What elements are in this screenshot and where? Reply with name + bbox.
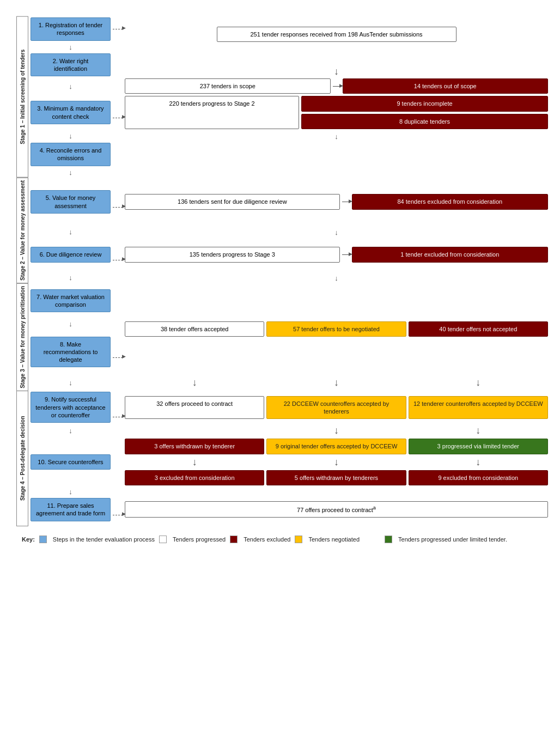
result11a-box: 3 excluded from consideration bbox=[125, 470, 264, 485]
result2-row-cell: 237 tenders in scope ▶ 14 tenders out of… bbox=[123, 77, 550, 95]
result10a-box: 3 offers withdrawn by tenderer bbox=[125, 439, 264, 454]
arrow-down-5: ↓ bbox=[28, 226, 113, 238]
result12-cell: 77 offers proceed to contracta bbox=[123, 497, 550, 522]
result5-row: 136 tenders sent for due diligence revie… bbox=[123, 178, 550, 227]
key-label: Key: bbox=[22, 536, 35, 543]
result1-box: 251 tender responses received from 198 A… bbox=[217, 27, 456, 42]
step7-box: 7. Water market valuation comparison bbox=[31, 289, 111, 313]
step3-cell: 3. Minimum & mandatory content check bbox=[28, 95, 113, 130]
result3c-box: 8 duplicate tenders bbox=[301, 114, 548, 129]
result9c-box: 12 tenderer counteroffers accepted by DC… bbox=[409, 396, 548, 419]
result5a-box: 136 tenders sent for due diligence revie… bbox=[125, 194, 340, 209]
step2-cell: 2. Water right identification bbox=[28, 52, 113, 78]
result3b-box: 9 tenders incomplete bbox=[301, 96, 548, 111]
result2a-box: 237 tenders in scope bbox=[125, 78, 331, 94]
dashed-arr-11: ▶ bbox=[113, 497, 123, 522]
result3-row-cell: 220 tenders progress to Stage 2 9 tender… bbox=[123, 95, 550, 130]
result6-row: 135 tenders progress to Stage 3 ▶ 1 tend… bbox=[123, 238, 550, 271]
arrow-down-6: ↓ bbox=[28, 272, 113, 283]
step5-box: 5. Value for money assessment bbox=[31, 190, 111, 214]
key-swatch-green bbox=[385, 536, 392, 543]
spacer-4 bbox=[113, 142, 123, 167]
result1-cell: 251 tender responses received from 198 A… bbox=[123, 16, 550, 52]
arrow-down-4: ↓ bbox=[28, 167, 113, 178]
stage1-label: Stage 1 – Initial screening of tenders bbox=[16, 16, 28, 178]
result11b-box: 5 offers withdrawn by tenderers bbox=[266, 470, 406, 485]
arrow-down-8: ↓ bbox=[28, 375, 113, 391]
result12-box: 77 offers proceed to contracta bbox=[125, 501, 548, 518]
step4-cell: 4. Reconcile errors and omissions bbox=[28, 142, 113, 167]
stage3-label: Stage 3 – Value for money prioritisation bbox=[16, 283, 28, 391]
arrow-down-7: ↓ bbox=[28, 319, 113, 329]
dashed-arr-6: ▶ bbox=[113, 238, 123, 271]
step10-cell: 10. Secure counteroffers bbox=[28, 437, 113, 486]
result10c-box: 3 progressed via limited tender bbox=[409, 439, 548, 454]
result11-row: 3 excluded from consideration 5 offers w… bbox=[123, 469, 550, 486]
result6b-box: 1 tender excluded from consideration bbox=[352, 247, 548, 262]
step11-box: 11. Prepare sales agreement and trade fo… bbox=[31, 498, 111, 521]
step1-box: 1. Registration of tender responses bbox=[31, 17, 111, 41]
dashed-arr-3: ▶ bbox=[113, 95, 123, 130]
result9a-box: 32 offers proceed to contract bbox=[125, 396, 264, 419]
key-swatch-darkred bbox=[230, 536, 238, 543]
stage2-label: Stage 2 – Value for money assessment bbox=[16, 178, 28, 283]
dashed-arr-9: ▶ bbox=[113, 391, 123, 424]
step4-box: 4. Reconcile errors and omissions bbox=[31, 143, 111, 166]
result7c-box: 40 tender offers not accepted bbox=[409, 321, 548, 337]
spacer-1 bbox=[113, 52, 123, 78]
key-swatch-yellow bbox=[295, 536, 302, 543]
key-swatch-white bbox=[159, 536, 167, 543]
result2b-box: 14 tenders out of scope bbox=[343, 78, 549, 94]
result9-row: 32 offers proceed to contract 22 DCCEEW … bbox=[123, 391, 550, 424]
step3-box: 3. Minimum & mandatory content check bbox=[31, 101, 111, 124]
key-section: Key: Steps in the tender evaluation proc… bbox=[22, 536, 545, 543]
stage4-label: Stage 4 – Post-delegate decision bbox=[16, 391, 28, 526]
dashed-arr-5: ▶ bbox=[113, 178, 123, 227]
result7a-box: 38 tender offers accepted bbox=[125, 321, 264, 337]
key-text-yellow: Tenders negotiated bbox=[308, 536, 360, 543]
result10b-box: 9 original tender offers accepted by DCC… bbox=[266, 439, 406, 454]
arrow-down-1: ↓ bbox=[28, 42, 113, 52]
key-swatch-blue bbox=[39, 536, 47, 543]
key-text-darkred: Tenders excluded bbox=[244, 536, 290, 543]
step5-cell: 5. Value for money assessment bbox=[28, 178, 113, 227]
key-text-green: Tenders progressed under limited tender. bbox=[398, 536, 507, 543]
step6-cell: 6. Due diligence review bbox=[28, 238, 113, 271]
step6-box: 6. Due diligence review bbox=[31, 247, 111, 262]
superscript-a: a bbox=[373, 505, 376, 510]
step1-cell: 1. Registration of tender responses bbox=[28, 16, 113, 42]
result3a-box: 220 tenders progress to Stage 2 bbox=[125, 96, 299, 129]
result5b-box: 84 tenders excluded from consideration bbox=[352, 194, 548, 209]
key-text-white: Tenders progressed bbox=[173, 536, 226, 543]
step8-box: 8. Make recommendations to delegate bbox=[31, 337, 111, 368]
dashed-arr-8: ▶ bbox=[113, 329, 123, 375]
result7-rowspan: 38 tender offers accepted 57 tender offe… bbox=[123, 283, 550, 375]
arrow-down-10: ↓ bbox=[28, 486, 113, 497]
result6a-box: 135 tenders progress to Stage 3 bbox=[125, 247, 340, 262]
step9-cell: 9. Notify successful tenderers with acce… bbox=[28, 391, 113, 424]
arrow-down-right1: ↓ bbox=[123, 52, 550, 78]
step7-cell: 7. Water market valuation comparison bbox=[28, 283, 113, 319]
result7b-box: 57 tender offers to be negotiated bbox=[266, 321, 406, 337]
step2-box: 2. Water right identification bbox=[31, 53, 111, 77]
result10-row: 3 offers withdrawn by tenderer 9 origina… bbox=[123, 437, 550, 455]
arrow-dashed-1: ▶ bbox=[113, 16, 123, 42]
arrow-down-2: ↓ bbox=[28, 77, 113, 95]
step10-box: 10. Secure counteroffers bbox=[31, 454, 111, 470]
step9-box: 9. Notify successful tenderers with acce… bbox=[31, 392, 111, 423]
step8-cell: 8. Make recommendations to delegate bbox=[28, 329, 113, 375]
key-text-blue: Steps in the tender evaluation process bbox=[53, 536, 155, 543]
result11c-box: 9 excluded from consideration bbox=[409, 470, 548, 485]
step11-cell: 11. Prepare sales agreement and trade fo… bbox=[28, 497, 113, 522]
arrow-down-9: ↓ bbox=[28, 424, 113, 437]
arrow-down-3: ↓ bbox=[28, 130, 113, 142]
result9b-box: 22 DCCEEW counteroffers accepted by tend… bbox=[266, 396, 406, 419]
